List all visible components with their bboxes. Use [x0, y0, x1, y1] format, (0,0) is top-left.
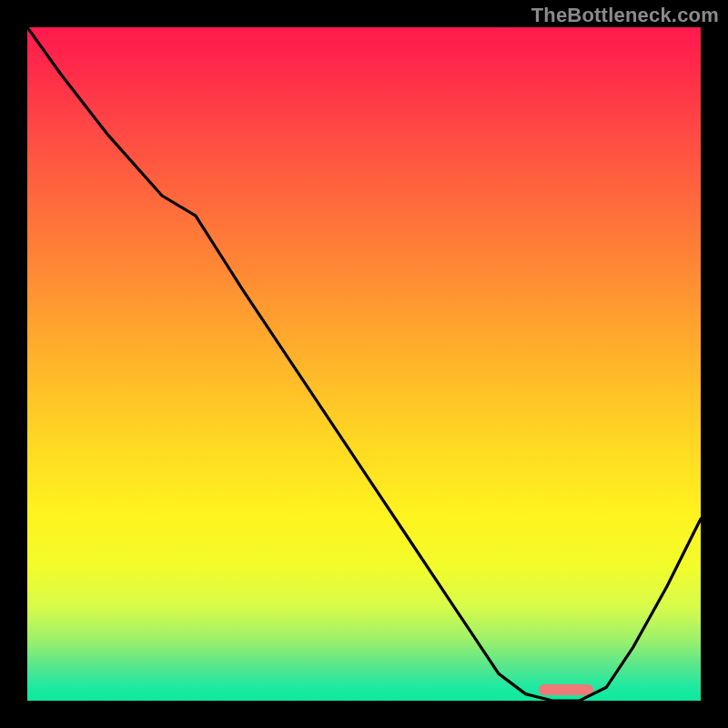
plot-area	[27, 27, 701, 701]
bottleneck-curve	[27, 27, 701, 701]
curve-path	[27, 27, 701, 701]
chart-frame: TheBottleneck.com	[0, 0, 728, 728]
optimum-marker	[539, 684, 592, 695]
watermark: TheBottleneck.com	[531, 4, 719, 27]
